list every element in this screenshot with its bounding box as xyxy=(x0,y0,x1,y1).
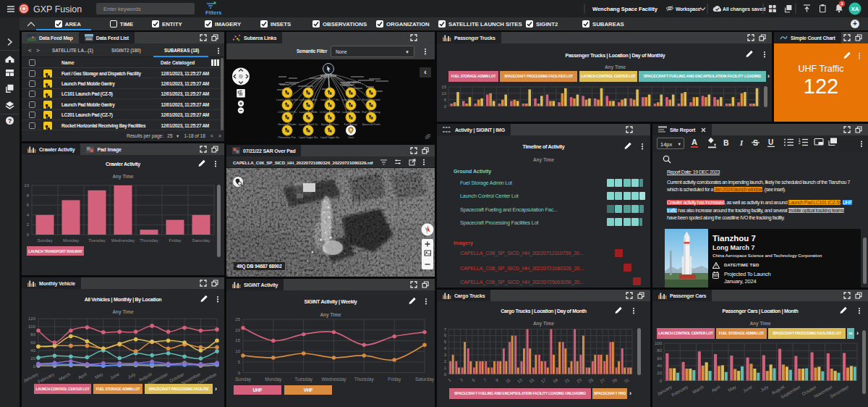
svg-text:March: March xyxy=(58,371,72,382)
svg-text:1: 1 xyxy=(444,366,447,370)
svg-text:February: February xyxy=(37,371,56,384)
svg-text:19: 19 xyxy=(552,377,558,384)
svg-text:Wednesday: Wednesday xyxy=(111,238,135,243)
svg-text:9: 9 xyxy=(495,377,500,382)
svg-text:25: 25 xyxy=(587,377,594,384)
svg-text:4: 4 xyxy=(444,346,447,351)
svg-text:15: 15 xyxy=(441,85,446,89)
svg-text:April: April xyxy=(710,384,720,393)
svg-text:Friday: Friday xyxy=(388,377,401,382)
svg-text:I: I xyxy=(739,139,744,147)
svg-text:13: 13 xyxy=(516,377,523,384)
svg-text:Tuesday: Tuesday xyxy=(294,377,312,382)
svg-text:40: 40 xyxy=(657,364,662,368)
svg-text:27: 27 xyxy=(600,377,606,384)
svg-text:Wednesday: Wednesday xyxy=(321,377,346,382)
svg-text:5: 5 xyxy=(444,98,447,102)
svg-text:3: 3 xyxy=(444,353,447,357)
svg-text:Tuesday: Tuesday xyxy=(88,238,106,243)
svg-text:6: 6 xyxy=(444,333,447,337)
svg-text:Monday: Monday xyxy=(265,377,282,382)
svg-text:?: ? xyxy=(8,117,12,125)
svg-text:2: 2 xyxy=(799,141,801,145)
svg-text:15: 15 xyxy=(528,377,535,384)
svg-text:10: 10 xyxy=(235,349,240,353)
svg-text:Spacecraft Fuelin: Spacecraft Fuelin xyxy=(362,123,380,126)
svg-text:20: 20 xyxy=(657,371,662,375)
svg-text:6: 6 xyxy=(27,203,30,207)
svg-text:5: 5 xyxy=(238,360,241,364)
svg-text:XA: XA xyxy=(851,6,859,12)
svg-text:February: February xyxy=(671,384,689,398)
svg-text:A: A xyxy=(692,138,697,146)
svg-text:Saturday: Saturday xyxy=(415,377,435,382)
svg-text:20: 20 xyxy=(235,328,240,332)
svg-text:Filters: Filters xyxy=(205,9,222,16)
svg-text:7: 7 xyxy=(483,377,488,382)
svg-text:June: June xyxy=(109,371,121,380)
svg-text:Photovoltaic Proc: Photovoltaic Proc xyxy=(278,136,297,139)
svg-text:Workspace: Workspace xyxy=(676,7,701,12)
svg-text:21: 21 xyxy=(564,377,571,384)
svg-text:11: 11 xyxy=(505,377,511,384)
svg-text:17: 17 xyxy=(540,377,547,384)
svg-text:23: 23 xyxy=(576,377,582,384)
svg-text:GXP Fusion: GXP Fusion xyxy=(33,4,82,14)
svg-text:0: 0 xyxy=(33,364,36,369)
svg-text:5: 5 xyxy=(471,377,476,382)
svg-text:Monday: Monday xyxy=(63,238,80,243)
svg-text:May: May xyxy=(94,371,104,379)
svg-text:20: 20 xyxy=(30,356,35,361)
svg-text:60: 60 xyxy=(657,356,662,361)
svg-text:40: 40 xyxy=(30,348,35,353)
svg-text:June: June xyxy=(742,384,754,393)
svg-text:Friday: Friday xyxy=(169,238,182,243)
svg-text:Thursday: Thursday xyxy=(140,238,159,243)
svg-text:100: 100 xyxy=(28,324,36,329)
svg-text:10: 10 xyxy=(441,91,446,96)
svg-text:60: 60 xyxy=(30,340,35,345)
svg-text:January: January xyxy=(22,371,40,383)
svg-text:Liquid Oxygen Sta: Liquid Oxygen Sta xyxy=(299,136,318,139)
svg-text:Sunday: Sunday xyxy=(235,377,252,382)
svg-text:0: 0 xyxy=(238,371,241,375)
svg-text:2: 2 xyxy=(444,359,447,364)
svg-text:July: July xyxy=(760,384,770,393)
svg-text:May: May xyxy=(727,384,737,393)
svg-text:1: 1 xyxy=(447,377,452,382)
svg-text:Liquid Oxygen Sta: Liquid Oxygen Sta xyxy=(320,136,339,139)
svg-text:Sunday: Sunday xyxy=(38,238,54,243)
svg-text:7: 7 xyxy=(444,327,447,332)
svg-text:100: 100 xyxy=(655,341,663,345)
svg-text:80: 80 xyxy=(657,348,662,353)
svg-text:Fuel Storage: Fuel Storage xyxy=(344,123,357,126)
svg-text:31: 31 xyxy=(624,377,630,384)
svg-text:0: 0 xyxy=(444,104,447,109)
svg-text:U: U xyxy=(768,138,773,146)
svg-text:March: March xyxy=(692,384,705,395)
svg-text:29: 29 xyxy=(611,377,618,384)
svg-text:B: B xyxy=(723,138,729,147)
svg-text:Saturday: Saturday xyxy=(192,238,211,243)
svg-text:July: July xyxy=(127,371,137,379)
svg-text:80: 80 xyxy=(30,332,35,337)
svg-text:0: 0 xyxy=(444,372,447,377)
svg-text:3: 3 xyxy=(459,377,464,382)
svg-text:120: 120 xyxy=(28,316,36,321)
svg-text:Wenchang Space Facility: Wenchang Space Facility xyxy=(592,6,658,12)
svg-text:15: 15 xyxy=(235,338,240,343)
svg-text:January: January xyxy=(656,384,673,397)
svg-text:10: 10 xyxy=(24,183,29,188)
svg-text:25: 25 xyxy=(235,317,240,322)
svg-text:April: April xyxy=(77,372,88,380)
svg-text:2: 2 xyxy=(27,222,30,227)
svg-text:0: 0 xyxy=(660,379,663,383)
svg-text:Oasis: Oasis xyxy=(348,136,354,139)
svg-text:8: 8 xyxy=(27,193,30,198)
svg-text:0: 0 xyxy=(27,232,30,237)
svg-text:5: 5 xyxy=(444,340,447,344)
svg-text:December: December xyxy=(829,384,849,398)
svg-text:4: 4 xyxy=(27,213,30,217)
svg-text:All changes saved: All changes saved xyxy=(723,7,765,12)
svg-text:Thursday: Thursday xyxy=(354,377,375,382)
